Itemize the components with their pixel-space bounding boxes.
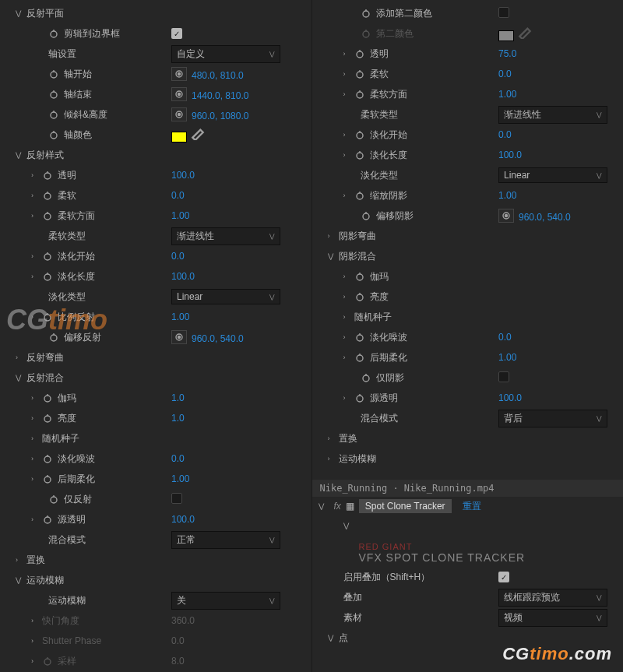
stopwatch-icon[interactable] <box>42 190 53 201</box>
target-icon[interactable] <box>498 209 514 223</box>
expand-icon[interactable]: › <box>31 515 39 523</box>
dropdown[interactable]: 正常⋁ <box>171 531 280 549</box>
dropdown[interactable]: Linear⋁ <box>171 289 280 304</box>
value[interactable]: 0.0 <box>171 190 185 201</box>
expand-icon[interactable]: › <box>343 50 351 58</box>
stopwatch-icon[interactable] <box>42 413 53 424</box>
stopwatch-icon[interactable] <box>48 69 59 79</box>
value[interactable]: 1.00 <box>498 89 516 100</box>
expand-icon[interactable]: › <box>31 455 39 463</box>
value[interactable]: 0.0 <box>171 251 185 262</box>
stopwatch-icon[interactable] <box>354 352 365 363</box>
stopwatch-icon[interactable] <box>42 514 53 525</box>
eyedropper-icon[interactable] <box>190 127 206 138</box>
coord-value[interactable]: 480.0, 810.0 <box>192 70 244 81</box>
expand-icon[interactable]: › <box>343 70 351 78</box>
value[interactable]: 1.00 <box>498 352 516 363</box>
stopwatch-icon[interactable] <box>354 271 365 282</box>
expand-icon[interactable]: › <box>343 394 351 402</box>
stopwatch-icon[interactable] <box>42 210 53 221</box>
expand-icon[interactable]: ⋁ <box>328 634 336 642</box>
value[interactable]: 1.0 <box>171 413 185 424</box>
stopwatch-icon[interactable] <box>354 190 365 201</box>
expand-icon[interactable]: › <box>31 192 39 199</box>
stopwatch-icon[interactable] <box>354 48 365 59</box>
checkbox[interactable] <box>498 371 509 382</box>
stopwatch-icon[interactable] <box>48 129 59 140</box>
color-swatch[interactable] <box>171 132 187 142</box>
value[interactable]: 100.0 <box>498 150 522 160</box>
fx-icon[interactable]: fx <box>334 501 341 512</box>
dropdown[interactable]: 渐进线性⋁ <box>171 227 280 245</box>
expand-icon[interactable]: › <box>16 354 23 361</box>
value[interactable]: 0.0 <box>498 69 512 79</box>
stopwatch-icon[interactable] <box>361 372 371 383</box>
coord-value[interactable]: 960.0, 1080.0 <box>192 111 248 121</box>
dropdown[interactable]: 关⋁ <box>171 592 280 610</box>
dropdown[interactable]: 背后⋁ <box>498 410 607 427</box>
target-icon[interactable] <box>171 67 187 81</box>
expand-icon[interactable]: › <box>328 435 336 442</box>
stopwatch-icon[interactable] <box>354 332 365 343</box>
expand-icon[interactable]: › <box>343 151 351 159</box>
expand-icon[interactable]: › <box>31 252 39 260</box>
checkbox[interactable]: ✓ <box>498 572 509 582</box>
stopwatch-icon[interactable] <box>42 473 53 484</box>
stopwatch-icon[interactable] <box>354 69 365 79</box>
expand-icon[interactable]: › <box>343 131 351 139</box>
dropdown[interactable]: 自定义⋁ <box>171 45 280 63</box>
expand-icon[interactable]: › <box>31 475 39 483</box>
target-icon[interactable] <box>171 107 187 121</box>
stopwatch-icon[interactable] <box>42 311 53 322</box>
expand-icon[interactable]: › <box>328 232 336 240</box>
value[interactable]: 1.00 <box>171 210 189 221</box>
expand-icon[interactable]: ⋁ <box>328 252 336 260</box>
expand-icon[interactable]: › <box>343 273 351 280</box>
expand-icon[interactable]: › <box>343 293 351 301</box>
stopwatch-icon[interactable] <box>354 89 365 100</box>
expand-icon[interactable]: ⋁ <box>343 522 351 530</box>
dropdown[interactable]: 视频⋁ <box>498 609 607 627</box>
value[interactable]: 75.0 <box>498 48 516 59</box>
expand-icon[interactable]: › <box>31 273 39 280</box>
expand-icon[interactable]: ⋁ <box>319 502 326 510</box>
target-icon[interactable] <box>171 87 187 101</box>
expand-icon[interactable]: › <box>343 313 351 321</box>
checkbox[interactable] <box>498 7 509 18</box>
expand-icon[interactable]: › <box>31 171 39 179</box>
stopwatch-icon[interactable] <box>354 129 365 140</box>
expand-icon[interactable]: › <box>328 455 336 463</box>
expand-icon[interactable]: › <box>343 354 351 361</box>
value[interactable]: 100.0 <box>171 271 195 282</box>
expand-icon[interactable]: › <box>31 617 39 625</box>
value[interactable]: 100.0 <box>171 170 195 181</box>
dropdown[interactable]: 线框跟踪预览⋁ <box>498 589 607 607</box>
stopwatch-icon[interactable] <box>361 210 371 221</box>
expand-icon[interactable]: ⋁ <box>16 9 23 17</box>
value[interactable]: 0.0 <box>498 129 512 140</box>
value[interactable]: 1.0 <box>171 392 185 403</box>
stopwatch-icon[interactable] <box>48 109 59 120</box>
stopwatch-icon[interactable] <box>354 392 365 403</box>
stopwatch-icon[interactable] <box>48 494 59 505</box>
reset-link[interactable]: 重置 <box>463 500 481 513</box>
stopwatch-icon[interactable] <box>42 392 53 403</box>
expand-icon[interactable]: › <box>31 435 39 442</box>
stopwatch-icon[interactable] <box>42 170 53 181</box>
value[interactable]: 1.00 <box>498 190 516 201</box>
stopwatch-icon[interactable] <box>42 271 53 282</box>
coord-value[interactable]: 1440.0, 810.0 <box>192 90 248 101</box>
effect-name[interactable]: Spot Clone Tracker <box>359 499 452 513</box>
stopwatch-icon[interactable] <box>354 150 365 160</box>
expand-icon[interactable]: › <box>343 90 351 98</box>
stopwatch-icon[interactable] <box>361 8 371 19</box>
expand-icon[interactable]: ⋁ <box>16 374 23 382</box>
expand-icon[interactable]: › <box>343 192 351 199</box>
value[interactable]: 100.0 <box>171 514 195 525</box>
expand-icon[interactable]: ⋁ <box>16 151 23 159</box>
stopwatch-icon[interactable] <box>48 28 59 39</box>
expand-icon[interactable]: › <box>31 212 39 220</box>
value[interactable]: 100.0 <box>498 392 522 403</box>
checkbox[interactable]: ✓ <box>171 28 182 39</box>
dropdown[interactable]: 渐进线性⋁ <box>498 106 607 124</box>
